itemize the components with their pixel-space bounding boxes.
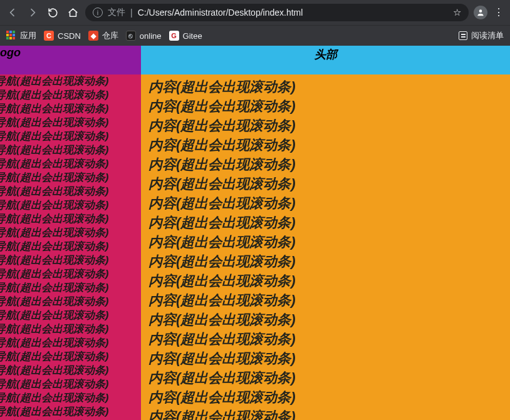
page-header-row: ogo 头部 [0, 46, 510, 74]
forward-icon[interactable] [25, 5, 40, 20]
nav-row: 导航(超出会出现滚动条) [0, 336, 141, 350]
bookmark-label: 仓库 [102, 30, 118, 41]
page-viewport: ogo 头部 导航(超出会出现滚动条)导航(超出会出现滚动条)导航(超出会出现滚… [0, 46, 510, 420]
nav-row: 导航(超出会出现滚动条) [0, 405, 141, 419]
nav-row: 导航(超出会出现滚动条) [0, 116, 141, 130]
apps-shortcut[interactable]: 应用 [6, 30, 36, 41]
content-row: 内容(超出会出现滚动条) [148, 368, 510, 387]
content-row: 内容(超出会出现滚动条) [148, 329, 510, 349]
content-column[interactable]: 内容(超出会出现滚动条)内容(超出会出现滚动条)内容(超出会出现滚动条)内容(超… [141, 74, 510, 420]
header-text: 头部 [315, 47, 337, 74]
nav-row: 导航(超出会出现滚动条) [0, 226, 141, 240]
nav-row: 导航(超出会出现滚动条) [0, 254, 141, 267]
url-scheme-label: 文件 [108, 7, 125, 18]
nav-row: 导航(超出会出现滚动条) [0, 267, 141, 281]
cangku-favicon-icon: ◆ [88, 31, 98, 41]
nav-row: 导航(超出会出现滚动条) [0, 102, 141, 116]
nav-row: 导航(超出会出现滚动条) [0, 88, 141, 102]
address-bar[interactable]: i 文件 | C:/Users/Administrator/Desktop/in… [85, 4, 469, 21]
nav-row: 导航(超出会出现滚动条) [0, 143, 141, 157]
nav-row: 导航(超出会出现滚动条) [0, 185, 141, 198]
content-row: 内容(超出会出现滚动条) [148, 155, 510, 174]
bookmark-gitee[interactable]: G Gitee [169, 31, 202, 41]
svg-point-0 [479, 9, 482, 13]
content-row: 内容(超出会出现滚动条) [148, 193, 510, 213]
nav-row: 导航(超出会出现滚动条) [0, 171, 141, 185]
nav-row: 导航(超出会出现滚动条) [0, 350, 141, 364]
site-info-icon[interactable]: i [93, 8, 103, 18]
nav-row: 导航(超出会出现滚动条) [0, 377, 141, 391]
content-row: 内容(超出会出现滚动条) [148, 77, 510, 96]
home-icon[interactable] [65, 5, 80, 20]
nav-row: 导航(超出会出现滚动条) [0, 130, 141, 143]
page-body: 导航(超出会出现滚动条)导航(超出会出现滚动条)导航(超出会出现滚动条)导航(超… [0, 74, 510, 420]
nav-row: 导航(超出会出现滚动条) [0, 281, 141, 295]
nav-row: 导航(超出会出现滚动条) [0, 309, 141, 322]
content-row: 内容(超出会出现滚动条) [148, 310, 510, 329]
nav-row: 导航(超出会出现滚动条) [0, 322, 141, 336]
reading-list-icon [459, 31, 467, 40]
nav-row: 导航(超出会出现滚动条) [0, 295, 141, 309]
url-text: C:/Users/Administrator/Desktop/index.htm… [138, 8, 303, 18]
content-row: 内容(超出会出现滚动条) [148, 116, 510, 135]
nav-row: 导航(超出会出现滚动条) [0, 157, 141, 171]
content-row: 内容(超出会出现滚动条) [148, 135, 510, 155]
bookmark-label: online [140, 31, 162, 41]
content-row: 内容(超出会出现滚动条) [148, 96, 510, 116]
profile-avatar-icon[interactable] [474, 6, 487, 19]
bookmark-online[interactable]: ⎋ online [126, 31, 162, 41]
reading-list-label: 阅读清单 [471, 30, 504, 41]
nav-row: 导航(超出会出现滚动条) [0, 198, 141, 212]
content-row: 内容(超出会出现滚动条) [148, 349, 510, 368]
content-row: 内容(超出会出现滚动条) [148, 407, 510, 420]
content-row: 内容(超出会出现滚动条) [148, 232, 510, 252]
menu-dots-icon[interactable]: ⋮ [492, 8, 505, 18]
nav-column[interactable]: 导航(超出会出现滚动条)导航(超出会出现滚动条)导航(超出会出现滚动条)导航(超… [0, 74, 141, 420]
bookmark-star-icon[interactable]: ☆ [453, 7, 461, 18]
nav-row: 导航(超出会出现滚动条) [0, 240, 141, 254]
content-row: 内容(超出会出现滚动条) [148, 174, 510, 193]
bookmark-csdn[interactable]: C CSDN [44, 31, 81, 41]
browser-toolbar: i 文件 | C:/Users/Administrator/Desktop/in… [0, 0, 510, 25]
bookmark-cangku[interactable]: ◆ 仓库 [88, 30, 118, 41]
gitee-favicon-icon: G [169, 31, 179, 41]
reading-list-button[interactable]: 阅读清单 [459, 30, 504, 41]
logo-cell: ogo [0, 46, 141, 74]
nav-row: 导航(超出会出现滚动条) [0, 212, 141, 226]
nav-row: 导航(超出会出现滚动条) [0, 74, 141, 88]
online-favicon-icon: ⎋ [126, 31, 136, 41]
nav-row: 导航(超出会出现滚动条) [0, 391, 141, 405]
content-row: 内容(超出会出现滚动条) [148, 387, 510, 407]
csdn-favicon-icon: C [44, 31, 54, 41]
bookmark-label: 应用 [20, 30, 36, 41]
content-row: 内容(超出会出现滚动条) [148, 271, 510, 290]
nav-row: 导航(超出会出现滚动条) [0, 364, 141, 377]
logo-text: ogo [0, 46, 21, 59]
content-row: 内容(超出会出现滚动条) [148, 213, 510, 232]
header-cell: 头部 [141, 46, 510, 74]
bookmark-label: Gitee [183, 31, 202, 41]
content-row: 内容(超出会出现滚动条) [148, 252, 510, 271]
bookmark-label: CSDN [58, 31, 81, 41]
reload-icon[interactable] [45, 5, 60, 20]
content-row: 内容(超出会出现滚动条) [148, 290, 510, 310]
apps-grid-icon [6, 31, 16, 41]
back-icon[interactable] [5, 5, 20, 20]
bookmarks-bar: 应用 C CSDN ◆ 仓库 ⎋ online G Gitee 阅读清单 [0, 25, 510, 46]
